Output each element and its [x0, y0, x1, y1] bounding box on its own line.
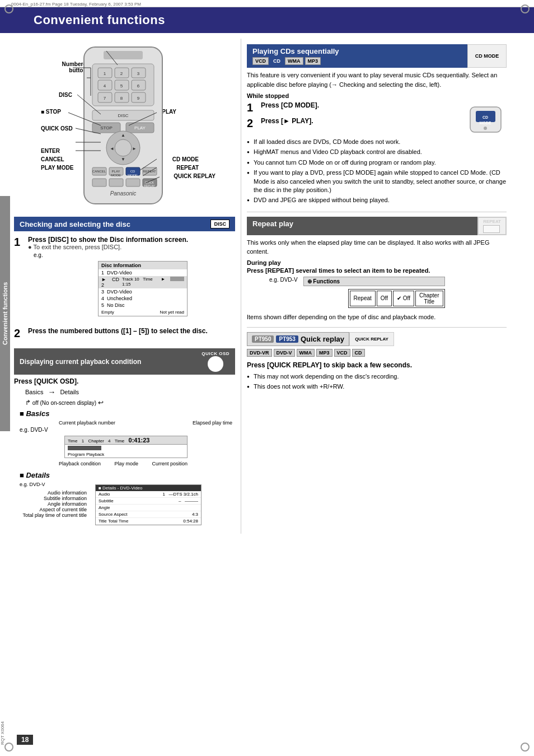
remote-svg: 1 2 3 4 5 6 7 8 9 DISC STOP PLAY	[73, 44, 174, 207]
svg-text:5: 5	[120, 83, 123, 88]
disc-section-header: Checking and selecting the disc DISC	[14, 217, 235, 231]
playing-cds-bullets: If all loaded discs are DVDs, CD Mode do…	[247, 138, 507, 205]
details-title: ■ Details	[20, 471, 235, 479]
section-repeat: Repeat play REPEAT This works only when …	[247, 217, 507, 320]
quick-replay-header-row: PT950 PT953 Quick replay QUICK REPLAY	[247, 332, 507, 346]
svg-text:4: 4	[104, 83, 106, 88]
pt950-badge: PT950	[252, 335, 274, 343]
remote-label-cancel: CANCEL	[41, 156, 64, 162]
quick-replay-press-instruction: Press [QUICK REPLAY] to skip back a few …	[247, 361, 507, 369]
page-code: RQT X0064	[0, 721, 5, 745]
repeat-intro: This works only when the elapsed play ti…	[247, 238, 507, 256]
badge-wma-qr: WMA	[297, 349, 315, 357]
svg-point-68	[484, 127, 487, 130]
press-quick-osd: Press [QUICK OSD].	[14, 377, 235, 385]
quick-replay-bullets: This may not work depending on the disc'…	[247, 372, 507, 391]
svg-text:DISC: DISC	[118, 113, 128, 118]
quick-replay-badge: QUICK REPLAY	[349, 332, 394, 346]
disc-info-container: Disc Information 1DVD-Video ► 2CD Track …	[50, 261, 235, 316]
section-divider-2	[247, 327, 507, 328]
bullet-5: DVD and JPEG are skipped without being p…	[247, 196, 507, 204]
quick-replay-pt-badges: PT950 PT953 Quick replay	[247, 332, 349, 346]
badge-wma: WMA	[285, 57, 303, 65]
flow-diagram: Basics → Details	[25, 388, 235, 396]
disc-badge-row: DISC	[210, 220, 229, 228]
top-note-text: 0004-En_p16-27.fm Page 18 Tuesday, Febru…	[11, 2, 141, 7]
repeat-title: Repeat play	[247, 217, 477, 235]
basics-eg-row: e.g. DVD-V	[20, 427, 235, 433]
page-container: 0004-En_p16-27.fm Page 18 Tuesday, Febru…	[0, 0, 534, 756]
badge-dvd-v: DVD-V	[274, 349, 295, 357]
repeat-press-instruction: Press [REPEAT] several times to select a…	[247, 267, 507, 274]
repeat-options-table: Repeat Off ✔ Off ChapterTitle	[348, 289, 445, 308]
step-num-1: 1	[14, 236, 28, 248]
svg-text:3: 3	[137, 71, 140, 76]
corner-mark-tr	[521, 4, 530, 13]
svg-rect-45	[126, 179, 140, 186]
svg-text:Panasonic: Panasonic	[110, 190, 137, 197]
svg-text:7: 7	[104, 96, 106, 101]
details-diagram: e.g. DVD-V Audio information Subtitle in…	[20, 482, 235, 528]
section-playing-cds: Playing CDs sequentially VCD CD WMA MP3 …	[247, 44, 507, 205]
svg-text:REPLAY: REPLAY	[144, 184, 155, 188]
playing-cds-badges: VCD CD WMA MP3	[252, 57, 462, 65]
cd-mode-badge: CD MODE	[467, 44, 507, 68]
side-tab: Convenient functions	[0, 196, 10, 431]
quick-osd-section-header: Displaying current playback condition QU…	[14, 348, 235, 375]
qr-bullet-1: This may not work depending on the disc'…	[247, 372, 507, 381]
repeat-table-area: e.g. DVD-V ⊕ Functions Repeat Off ✔ Off	[269, 277, 507, 311]
svg-text:8: 8	[120, 96, 123, 101]
disc-eg-label: e.g.	[34, 252, 235, 258]
svg-text:▲: ▲	[121, 133, 125, 138]
repeat-functions-box: ⊕ Functions Repeat Off ✔ Off ChapterTitl…	[303, 277, 445, 311]
badge-vcd: VCD	[252, 57, 269, 65]
right-column: Playing CDs sequentially VCD CD WMA MP3 …	[241, 39, 515, 534]
remote-label-playmode: PLAY MODE	[41, 165, 73, 171]
remote-label-cdmode: CD MODE	[172, 156, 199, 162]
disc-footer: Empty Not yet read	[99, 309, 187, 316]
svg-text:9: 9	[137, 96, 140, 101]
remote-area: 1 – 5 ··· Numbered buttons DISC ■ STOP ►…	[14, 44, 232, 212]
badge-mp3-qr: MP3	[316, 349, 332, 357]
cd-step2: Press [► PLAY].	[261, 117, 462, 125]
left-column: 1 – 5 ··· Numbered buttons DISC ■ STOP ►…	[0, 39, 241, 534]
svg-point-28	[115, 139, 132, 156]
repeat-note: Items shown differ depending on the type…	[247, 314, 507, 320]
svg-text:MODE: MODE	[128, 174, 138, 177]
section-disc: Checking and selecting the disc DISC 1 P…	[14, 217, 235, 343]
basics-example-box: Time 1 Chapter 4 Time 0:41:23 Program Pl…	[64, 436, 188, 458]
disc-row-3: 3DVD-Video	[99, 288, 187, 295]
repeat-eg-label: e.g. DVD-V	[269, 277, 298, 283]
remote-label-repeat: REPEAT	[176, 165, 199, 171]
playing-cds-title: Playing CDs sequentially VCD CD WMA MP3	[247, 44, 467, 68]
svg-text:PLAY: PLAY	[134, 125, 146, 130]
svg-text:REPEAT: REPEAT	[143, 170, 156, 173]
details-left-labels: e.g. DVD-V Audio information Subtitle in…	[20, 482, 87, 528]
remote-label-quickreplay: QUICK REPLAY	[174, 173, 216, 179]
badge-mp3: MP3	[305, 57, 321, 65]
disc-badge: DISC	[210, 220, 229, 228]
badge-cd-blue: CD	[270, 57, 283, 65]
cd-steps-area: 1 Press [CD MODE]. 2 Press [► PLAY].	[247, 101, 507, 135]
svg-text:PLAY: PLAY	[112, 170, 120, 173]
disc-step2: 2 Press the numbered buttons ([1] – [5])…	[14, 327, 235, 343]
badge-dvd-vr: DVD-VR	[247, 349, 272, 357]
repeat-badge: REPEAT	[477, 217, 507, 235]
remote-label-stop: ■ STOP	[41, 109, 61, 115]
corner-mark-tl	[4, 4, 13, 13]
svg-rect-44	[109, 179, 123, 186]
svg-text:◄: ◄	[110, 146, 114, 151]
playing-cds-intro: This feature is very convenient if you w…	[247, 71, 507, 89]
svg-text:MODE: MODE	[480, 121, 491, 125]
top-note: 0004-En_p16-27.fm Page 18 Tuesday, Febru…	[0, 0, 534, 7]
basics-title: ■ Basics	[20, 409, 235, 418]
main-content: 1 – 5 ··· Numbered buttons DISC ■ STOP ►…	[0, 33, 534, 534]
page-title: Convenient functions	[0, 7, 534, 33]
disc-info-header: Disc Information	[99, 262, 187, 269]
svg-text:CD: CD	[130, 170, 135, 173]
svg-text:CANCEL: CANCEL	[92, 170, 106, 173]
disc-info-box: Disc Information 1DVD-Video ► 2CD Track …	[98, 261, 188, 316]
details-box: ■ Details - DVD-Video Audio1 —DTS 3/2.1c…	[90, 482, 202, 528]
svg-text:MODE: MODE	[111, 174, 121, 177]
quick-osd-icon	[208, 356, 223, 372]
